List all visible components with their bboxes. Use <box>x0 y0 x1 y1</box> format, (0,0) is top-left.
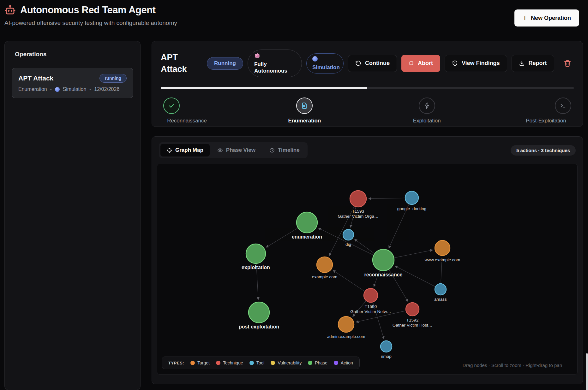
graph-edge <box>353 301 366 316</box>
shield-alert-icon <box>452 60 458 66</box>
legend-dot-icon <box>249 361 254 365</box>
sidebar-title: Operations <box>15 51 133 58</box>
graph-node-dig[interactable]: dig <box>343 229 354 247</box>
phase-step-exploitation[interactable]: Exploitation <box>399 98 455 124</box>
legend-label: Technique <box>223 360 243 365</box>
terminal-icon <box>555 98 571 114</box>
file-search-icon <box>296 98 313 114</box>
legend-label: Phase <box>315 360 327 365</box>
phase-step-enumeration[interactable]: Enumeration <box>276 98 333 124</box>
view-tabs: Graph MapPhase ViewTimeline <box>159 142 308 158</box>
graph-edge <box>369 198 405 198</box>
attack-graph[interactable]: T1593Gather Victim Orga…google_dorkingen… <box>157 164 577 374</box>
graph-node-t1590[interactable]: T1590Gather Victim Netw… <box>350 288 391 314</box>
graph-node-enumeration[interactable]: enumeration <box>292 212 322 239</box>
stop-square-icon <box>409 61 414 66</box>
plus-icon: + <box>523 14 527 22</box>
graph-node-label: T1590 <box>365 304 377 309</box>
eye-icon <box>217 147 223 153</box>
status-badge: running <box>99 74 127 83</box>
tab-label: Timeline <box>278 147 300 153</box>
graph-edge <box>394 250 432 257</box>
tab-timeline[interactable]: Timeline <box>263 144 306 157</box>
legend-dot-icon <box>190 361 195 365</box>
graph-node-label: Gather Victim Orga… <box>338 214 379 219</box>
zap-icon <box>419 98 435 114</box>
graph-node-www_example_com[interactable]: www.example.com <box>424 240 460 262</box>
legend-label: Vulnerability <box>278 360 302 365</box>
phase-progress-fill <box>161 87 367 89</box>
simulation-dot-icon <box>55 87 60 92</box>
robot-logo-icon <box>4 4 16 16</box>
operation-card[interactable]: APT Attack running Enumeration • Simulat… <box>12 68 133 98</box>
simulation-dot-icon <box>312 56 318 62</box>
phase-step-label: Post-Exploitation <box>526 118 566 124</box>
graph-node-label: exploitation <box>242 265 270 270</box>
graph-node-t1592[interactable]: T1592Gather Victim Host… <box>393 303 433 328</box>
page-title: Autonomous Red Team Agent <box>20 4 155 16</box>
graph-node-example_com[interactable]: example.com <box>312 257 337 279</box>
legend-item-tool: Tool <box>249 360 265 365</box>
graph-node-label: nmap <box>381 354 392 359</box>
vertical-scrollbar[interactable] <box>586 353 588 390</box>
graph-node-label: dig <box>345 242 351 247</box>
main-content: APT Attack Running Fully Autonomous Simu… <box>152 41 583 384</box>
clock-icon <box>269 148 275 153</box>
graph-node-label: post exploitation <box>239 324 279 329</box>
trash-icon <box>564 60 571 67</box>
dot-separator: • <box>89 87 91 92</box>
graph-node-nmap[interactable]: nmap <box>381 341 392 359</box>
graph-node-amass[interactable]: amass <box>434 284 447 302</box>
dot-separator: • <box>50 87 52 92</box>
legend-item-target: Target <box>190 360 210 365</box>
operation-card-meta: Enumeration • Simulation • 12/02/2026 <box>18 86 127 92</box>
phase-step-label: Exploitation <box>413 118 441 124</box>
tab-graph-map[interactable]: Graph Map <box>160 144 210 157</box>
graph-node-label: google_dorking <box>397 206 426 211</box>
operation-card-name: APT Attack <box>18 74 53 82</box>
legend-dot-icon <box>216 361 220 365</box>
abort-button[interactable]: Abort <box>401 55 440 72</box>
operation-title: APT Attack <box>161 52 202 75</box>
attack-graph-canvas[interactable]: T1593Gather Victim Orga…google_dorkingen… <box>157 164 578 375</box>
operations-sidebar: Operations APT Attack running Enumeratio… <box>4 41 141 390</box>
phase-step-label: Reconnaissance <box>167 118 207 124</box>
operation-phase: Enumeration <box>18 86 47 92</box>
graph-node-admin_example_com[interactable]: admin.example.com <box>327 316 365 339</box>
attack-graph-panel: Graph MapPhase ViewTimeline 5 actions · … <box>152 136 583 384</box>
graph-node-label: T1593 <box>352 209 364 214</box>
app-header: Autonomous Red Team Agent AI-powered off… <box>4 4 584 36</box>
robot-icon <box>254 52 260 58</box>
mode-badge: Simulation <box>306 53 344 74</box>
graph-hint: Drag nodes · Scroll to zoom · Right-drag… <box>463 363 562 368</box>
graph-node-label: enumeration <box>292 234 322 239</box>
graph-node-post_exploitation[interactable]: post exploitation <box>239 302 279 329</box>
graph-edge <box>355 239 374 253</box>
tab-phase-view[interactable]: Phase View <box>211 144 262 157</box>
phase-steps: ReconnaissanceEnumerationExploitationPos… <box>161 98 574 124</box>
legend-title: TYPES: <box>168 361 184 365</box>
graph-node-google_dorking[interactable]: google_dorking <box>397 191 426 211</box>
phase-step-post-exploitation[interactable]: Post-Exploitation <box>521 98 571 124</box>
rotate-ccw-icon <box>355 60 361 66</box>
graph-node-label: admin.example.com <box>327 334 365 339</box>
continue-button[interactable]: Continue <box>348 55 397 72</box>
delete-operation-button[interactable] <box>564 60 571 67</box>
crosshair-icon <box>167 148 172 153</box>
graph-node-label: Gather Victim Netw… <box>350 309 391 314</box>
report-button[interactable]: Report <box>512 55 554 72</box>
view-findings-button[interactable]: View Findings <box>445 55 507 72</box>
legend-label: Target <box>197 360 210 365</box>
legend-item-vulnerability: Vulnerability <box>271 360 302 365</box>
phase-progress-bar <box>161 87 574 89</box>
graph-stats-badge: 5 actions · 3 techniques <box>511 145 576 156</box>
app-window: Autonomous Red Team Agent AI-powered off… <box>0 0 588 390</box>
phase-step-reconnaissance[interactable]: Reconnaissance <box>163 98 211 124</box>
graph-node-label: Gather Victim Host… <box>393 323 433 328</box>
graph-node-exploitation[interactable]: exploitation <box>242 244 270 270</box>
operation-control-panel: APT Attack Running Fully Autonomous Simu… <box>152 41 583 127</box>
new-operation-button[interactable]: + New Operation <box>514 9 579 27</box>
operation-date: 12/02/2026 <box>94 86 119 92</box>
graph-edge <box>333 270 364 291</box>
graph-node-t1593[interactable]: T1593Gather Victim Orga… <box>338 191 379 219</box>
